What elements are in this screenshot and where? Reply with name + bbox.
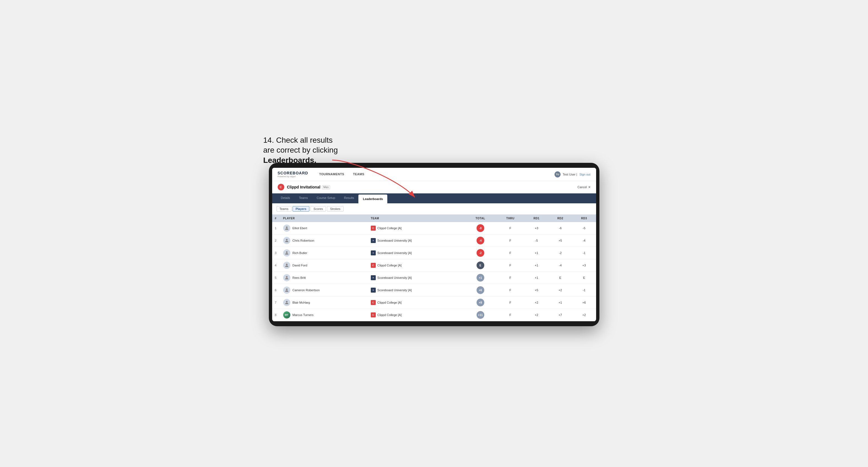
cell-player: Rich Butler [280, 247, 368, 259]
tab-bar: Details Teams Course Setup Results Leade… [272, 193, 596, 203]
svg-point-4 [286, 264, 287, 265]
top-nav: SCOREBOARD Powered by clippd TOURNAMENTS… [272, 168, 596, 181]
player-avatar [283, 224, 290, 232]
player-name: David Ford [292, 264, 307, 267]
filter-players[interactable]: Players [292, 206, 309, 212]
score-badge: +11 [476, 311, 484, 319]
cell-team: ≡Scoreboard University [A] [368, 284, 465, 297]
cell-player: Cameron Robertson [280, 284, 368, 297]
team-logo: C [371, 263, 376, 268]
table-row: 2Chris Robertson≡Scoreboard University [… [272, 235, 596, 247]
cell-rank: 1 [272, 222, 280, 235]
tournament-header: C Clippd Invitational Men Cancel ✕ [272, 181, 596, 193]
table-row: 5Rees Britt≡Scoreboard University [A]+1F… [272, 272, 596, 284]
cell-thru: F [496, 297, 525, 309]
table-row: 3Rich Butler≡Scoreboard University [A]-2… [272, 247, 596, 259]
filter-strokes[interactable]: Strokes [327, 206, 343, 212]
cell-team: ≡Scoreboard University [A] [368, 272, 465, 284]
tournament-badge: Men [322, 185, 330, 189]
cell-rd3: E [572, 272, 596, 284]
nav-teams[interactable]: TEAMS [348, 168, 369, 181]
leaderboard-table: # PLAYER TEAM TOTAL THRU RD1 RD2 RD3 1El… [272, 215, 596, 321]
cell-rd2: +2 [549, 284, 572, 297]
tab-course-setup[interactable]: Course Setup [312, 193, 340, 203]
cell-thru: F [496, 222, 525, 235]
player-avatar [283, 237, 290, 244]
logo-area: SCOREBOARD Powered by clippd [278, 171, 308, 178]
tab-results[interactable]: Results [340, 193, 359, 203]
cell-thru: F [496, 259, 525, 272]
cell-total: +6 [465, 284, 496, 297]
nav-tournaments[interactable]: TOURNAMENTS [315, 168, 349, 181]
team-logo: C [371, 312, 376, 317]
col-total: TOTAL [465, 215, 496, 222]
player-name: Chris Robertson [292, 239, 314, 242]
svg-point-6 [286, 288, 287, 290]
tab-details[interactable]: Details [277, 193, 295, 203]
cell-team: CClippd College [A] [368, 259, 465, 272]
cell-team: ≡Scoreboard University [A] [368, 235, 465, 247]
score-badge: -8 [476, 224, 484, 232]
table-row: 7Blair McHargCClippd College [A]+9F+2+1+… [272, 297, 596, 309]
cell-rd3: +2 [572, 309, 596, 321]
cell-total: +9 [465, 297, 496, 309]
cell-rd3: -1 [572, 284, 596, 297]
cell-rank: 2 [272, 235, 280, 247]
cell-rd3: +6 [572, 297, 596, 309]
team-name: Scoreboard University [A] [377, 276, 412, 279]
tab-teams[interactable]: Teams [294, 193, 312, 203]
col-player: PLAYER [280, 215, 368, 222]
score-badge: -2 [476, 249, 484, 257]
cell-total: +1 [465, 272, 496, 284]
cell-rank: 8 [272, 309, 280, 321]
cell-thru: F [496, 309, 525, 321]
logo-text: SCOREBOARD [278, 171, 308, 175]
col-rd1: RD1 [525, 215, 548, 222]
cell-team: CClippd College [A] [368, 297, 465, 309]
cell-thru: F [496, 247, 525, 259]
user-avatar: TU [555, 172, 561, 178]
filter-scores[interactable]: Scores [310, 206, 326, 212]
user-label: Test User | [563, 173, 577, 176]
cell-total: -8 [465, 222, 496, 235]
team-logo: C [371, 226, 376, 230]
player-avatar [283, 299, 290, 306]
player-avatar [283, 286, 290, 294]
col-rd2: RD2 [549, 215, 572, 222]
tab-leaderboards[interactable]: Leaderboards [359, 194, 387, 203]
tablet-screen: SCOREBOARD Powered by clippd TOURNAMENTS… [272, 168, 596, 321]
score-badge: +1 [476, 274, 484, 282]
table-row: 1Elliot EbertCClippd College [A]-8F+3-6-… [272, 222, 596, 235]
cell-team: CClippd College [A] [368, 222, 465, 235]
player-name: Cameron Robertson [292, 288, 320, 292]
team-logo: ≡ [371, 250, 376, 255]
team-logo: C [371, 300, 376, 305]
cell-rd1: +1 [525, 259, 548, 272]
cell-total: E [465, 259, 496, 272]
player-name: Blair McHarg [292, 301, 310, 304]
cell-rd2: +7 [549, 309, 572, 321]
cell-thru: F [496, 284, 525, 297]
instruction-block: 14. Check all results are correct by cli… [264, 135, 338, 165]
cancel-button[interactable]: Cancel ✕ [578, 185, 590, 189]
team-logo: ≡ [371, 275, 376, 280]
cell-player: Elliot Ebert [280, 222, 368, 235]
cell-rank: 4 [272, 259, 280, 272]
svg-point-3 [286, 251, 287, 253]
team-name: Clippd College [A] [377, 226, 402, 230]
team-name: Scoreboard University [A] [377, 239, 412, 242]
player-name: Rich Butler [292, 251, 307, 255]
col-team: TEAM [368, 215, 465, 222]
team-name: Clippd College [A] [377, 264, 402, 267]
instruction-bold: Leaderboards. [264, 156, 316, 164]
cell-player: MTMarcus Turners [280, 309, 368, 321]
filter-teams[interactable]: Teams [277, 206, 291, 212]
filter-bar: Teams Players Scores Strokes [272, 203, 596, 215]
signout-link[interactable]: Sign out [579, 173, 590, 176]
col-thru: THRU [496, 215, 525, 222]
player-avatar [283, 262, 290, 269]
tournament-title: Clippd Invitational [287, 185, 320, 189]
cell-thru: F [496, 272, 525, 284]
team-name: Scoreboard University [A] [377, 251, 412, 255]
table-row: 6Cameron Robertson≡Scoreboard University… [272, 284, 596, 297]
